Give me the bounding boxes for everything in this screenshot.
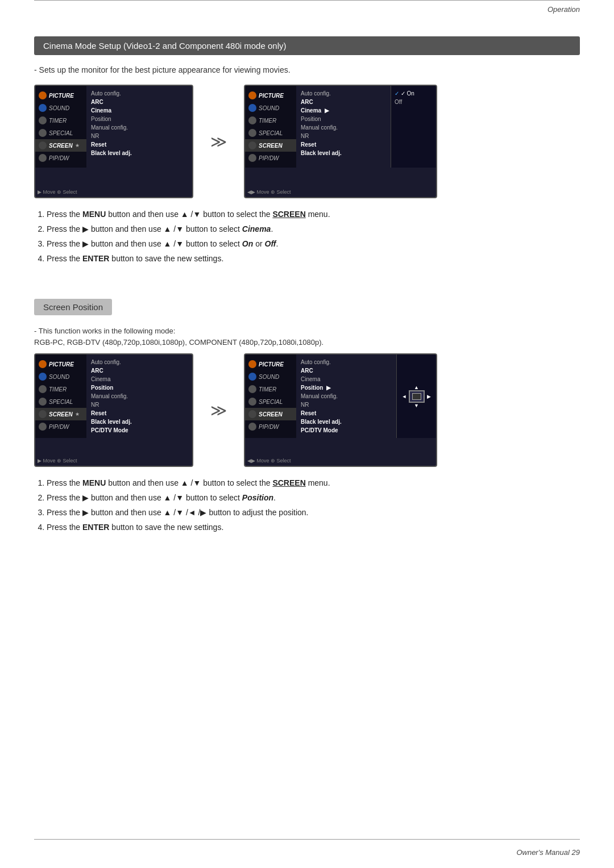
sp-d1-r-reset: Reset	[91, 409, 188, 418]
sp-d2-r-arc: ARC	[301, 366, 392, 375]
widget-down-arrow: ▼	[402, 403, 432, 408]
sp-d2-r-reset: Reset	[301, 409, 392, 418]
cinema-instructions: Press the MENU button and then use ▲ /▼ …	[34, 208, 580, 265]
timer-icon	[39, 116, 47, 124]
footer-text: Owner's Manual 29	[516, 848, 580, 857]
sound-icon	[39, 104, 47, 112]
cinema-d2-extra-panel: ✓ On Off	[391, 86, 436, 168]
widget-screen-inner	[412, 393, 421, 400]
sp-d2-footer: ◀▶ Move ⊛ Select	[247, 458, 291, 464]
d2-menu-item-screen: SCREEN	[245, 139, 296, 152]
menu-item-screen: SCREEN ★	[35, 139, 86, 152]
d2-menu-item-sound: SOUND	[245, 102, 296, 114]
gap1	[0, 270, 614, 299]
d2-r-black: Black level adj.	[301, 149, 386, 157]
sp-d2-r-nr: NR	[301, 400, 392, 409]
d2-special-icon	[248, 129, 256, 137]
menu-item-sound: SOUND	[35, 102, 86, 114]
widget-up-arrow: ▲	[402, 385, 432, 390]
screen-position-header-wrapper: Screen Position	[34, 299, 580, 315]
sp-diagram1: PICTURE SOUND TIMER SPECIAL	[34, 353, 193, 467]
d2-pipdw-icon	[248, 154, 256, 162]
sp-step3: Press the ▶ button and then use ▲ /▼ /◄ …	[47, 507, 580, 519]
sp-diagram2: PICTURE SOUND TIMER SPECIAL	[244, 353, 437, 467]
r-position: Position	[91, 115, 188, 123]
cinema-step1: Press the MENU button and then use ▲ /▼ …	[47, 208, 580, 220]
sp-step1: Press the MENU button and then use ▲ /▼ …	[47, 477, 580, 489]
d2-menu-item-picture: PICTURE	[245, 89, 296, 102]
r-reset: Reset	[91, 140, 188, 149]
bottom-label: Owner's Manual 29	[516, 848, 580, 857]
cinema-title: Cinema Mode Setup (Video1-2 and Componen…	[43, 41, 287, 51]
menu-item-picture: PICTURE	[35, 89, 86, 102]
screen-position-title: Screen Position	[43, 302, 103, 312]
screen-position-desc2-text: RGB-PC, RGB-DTV (480p,720p,1080i,1080p),…	[34, 338, 323, 347]
d2-r-reset: Reset	[301, 140, 386, 149]
cinema-arrow: ≫	[210, 132, 227, 151]
menu-item-timer: TIMER	[35, 114, 86, 127]
d2-r-manual: Manual config.	[301, 123, 386, 132]
sp-d1-r-nr: NR	[91, 400, 188, 409]
pipdw-icon	[39, 154, 47, 162]
extra-off: Off	[395, 98, 433, 106]
cinema-diagram1: PICTURE SOUND TIMER SPECIAL	[34, 85, 193, 198]
cinema-step4: Press the ENTER button to save the new s…	[47, 253, 580, 265]
cinema-desc: - Sets up the monitor for the best pictu…	[34, 65, 580, 74]
cinema-d2-footer: ◀▶ Move ⊛ Select	[247, 189, 291, 195]
sp-d2-widget-panel: ▲ ◄ ▶ ▼	[396, 354, 436, 438]
widget-screen	[409, 390, 425, 403]
sp-d1-right-panel: Auto config. ARC Cinema Position Manual …	[86, 354, 192, 438]
sp-step4: Press the ENTER button to save the new s…	[47, 521, 580, 533]
sp-d1-footer: ▶ Move ⊛ Select	[38, 458, 77, 464]
widget-right-arrow: ▶	[427, 394, 431, 399]
sp-step2: Press the ▶ button and then use ▲ /▼ but…	[47, 492, 580, 504]
sp-d2-r-black: Black level adj.	[301, 418, 392, 426]
d2-menu-item-pipdw: PIP/DW	[245, 152, 296, 164]
sp-d1-screen: SCREEN ★	[35, 408, 86, 420]
sp-d2-pipdw-icon	[248, 423, 256, 431]
screen-position-desc: - This function works in the following m…	[34, 326, 580, 348]
sp-d1-timer: TIMER	[35, 383, 86, 395]
cinema-d1-footer: ▶ Move ⊛ Select	[38, 189, 77, 195]
r-manual: Manual config.	[91, 123, 188, 132]
sp-d2-r-position: Position ▶	[301, 383, 392, 392]
menu-item-special: SPECIAL	[35, 127, 86, 139]
sp-d1-picture-icon	[39, 360, 47, 368]
d2-r-nr: NR	[301, 132, 386, 140]
sp-d2-pipdw: PIP/DW	[245, 420, 296, 433]
sp-d2-right-panel: Auto config. ARC Cinema Position ▶ Manua…	[296, 354, 396, 438]
sp-d2-timer-icon	[248, 385, 256, 393]
operation-label: Operation	[0, 5, 614, 14]
sp-d1-r-pcdtv: PC/DTV Mode	[91, 426, 188, 435]
sp-d2-sound-icon	[248, 373, 256, 381]
operation-text: Operation	[547, 5, 580, 14]
sp-d1-r-manual: Manual config.	[91, 392, 188, 400]
sp-d2-r-manual: Manual config.	[301, 392, 392, 400]
cinema-diagram2: PICTURE SOUND TIMER SPECIAL	[244, 85, 437, 198]
d2-r-position: Position	[301, 115, 386, 123]
sp-d1-r-auto: Auto config.	[91, 358, 188, 366]
widget-left-arrow: ◄	[402, 394, 407, 399]
cinema-d1-left-panel: PICTURE SOUND TIMER SPECIAL	[35, 86, 86, 168]
picture-icon	[39, 91, 47, 99]
sp-instructions: Press the MENU button and then use ▲ /▼ …	[34, 477, 580, 533]
sp-widget: ▲ ◄ ▶ ▼	[402, 385, 432, 408]
top-rule	[34, 0, 580, 5]
sp-d2-r-cinema: Cinema	[301, 375, 392, 383]
sp-d1-special: SPECIAL	[35, 395, 86, 408]
sp-d2-screen-icon	[248, 410, 256, 418]
sp-d2-screen: SCREEN	[245, 408, 296, 420]
sp-d2-r-pcdtv: PC/DTV Mode	[301, 426, 392, 435]
r-auto-config: Auto config.	[91, 89, 188, 98]
r-black: Black level adj.	[91, 149, 188, 157]
sp-d2-timer: TIMER	[245, 383, 296, 395]
screen-icon-left	[39, 141, 47, 149]
cinema-desc-text: - Sets up the monitor for the best pictu…	[34, 65, 291, 74]
widget-mid-row: ◄ ▶	[402, 390, 432, 403]
sp-d1-timer-icon	[39, 385, 47, 393]
sp-d1-picture: PICTURE	[35, 358, 86, 370]
sp-d2-sound: SOUND	[245, 370, 296, 383]
d2-r-auto-config: Auto config.	[301, 89, 386, 98]
d2-r-arc: ARC	[301, 98, 386, 106]
sp-d2-left-panel: PICTURE SOUND TIMER SPECIAL	[245, 354, 296, 438]
